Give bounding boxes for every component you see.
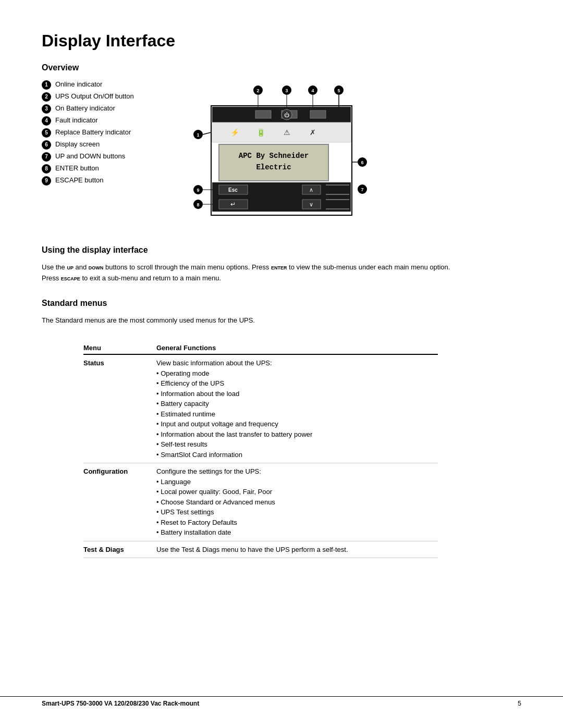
legend-num-9: 9 <box>42 176 51 186</box>
svg-text:1: 1 <box>197 132 199 138</box>
bullet-item: Information about the load <box>156 389 432 399</box>
page-title: Display Interface <box>42 31 521 51</box>
svg-line-39 <box>203 132 211 134</box>
legend-item-5: 5 Replace Battery indicator <box>42 128 156 138</box>
menu-functions-status: View basic information about the UPS: Op… <box>156 354 438 463</box>
overview-content: 1 Online indicator 2 UPS Output On/Off b… <box>42 80 521 231</box>
bullet-item: Information about the last transfer to b… <box>156 429 432 440</box>
table-row: Configuration Configure the settings for… <box>83 463 438 541</box>
svg-rect-4 <box>310 110 326 118</box>
legend-num-6: 6 <box>42 140 51 150</box>
legend-text-9: ESCAPE button <box>55 176 104 185</box>
svg-text:Electric: Electric <box>256 163 291 171</box>
svg-text:2: 2 <box>256 88 259 93</box>
svg-text:✗: ✗ <box>310 128 316 137</box>
legend-item-2: 2 UPS Output On/Off button <box>42 92 156 102</box>
legend-num-5: 5 <box>42 128 51 138</box>
bullet-item: Choose Standard or Advanced menus <box>156 497 432 508</box>
svg-rect-2 <box>255 110 271 118</box>
svg-text:3: 3 <box>285 88 288 93</box>
menu-name-test: Test & Diags <box>83 541 156 558</box>
svg-text:APC By Schneider: APC By Schneider <box>239 152 309 160</box>
col-functions: General Functions <box>156 342 438 354</box>
bullet-item: Battery capacity <box>156 399 432 409</box>
bullet-item: Battery installation date <box>156 527 432 538</box>
legend-text-7: UP and DOWN buttons <box>55 152 125 161</box>
svg-text:9: 9 <box>197 188 199 193</box>
legend-num-4: 4 <box>42 116 51 126</box>
legend-text-3: On Battery indicator <box>55 104 115 113</box>
bullet-item: Language <box>156 477 432 487</box>
diagram-svg: ⏻ ⚡ 🔋 ⚠ ✗ APC By Schneider Electric Esc <box>177 80 370 231</box>
svg-rect-12 <box>219 144 328 181</box>
config-intro: Configure the settings for the UPS: <box>156 467 261 475</box>
legend-num-2: 2 <box>42 92 51 102</box>
legend-item-9: 9 ESCAPE button <box>42 176 156 186</box>
standard-menus-intro: The Standard menus are the most commonly… <box>42 315 469 326</box>
legend-item-6: 6 Display screen <box>42 140 156 150</box>
bullet-item: Input and output voltage and frequency <box>156 419 432 429</box>
legend-text-6: Display screen <box>55 140 100 149</box>
down-text: down <box>89 263 104 271</box>
enter-text: enter <box>271 263 287 271</box>
bullet-item: Self-test results <box>156 439 432 450</box>
svg-text:⚠: ⚠ <box>284 128 290 137</box>
svg-text:8: 8 <box>197 202 199 207</box>
svg-text:4: 4 <box>311 88 314 93</box>
menu-functions-config: Configure the settings for the UPS: Lang… <box>156 463 438 541</box>
bullet-item: SmartSlot Card information <box>156 450 432 460</box>
using-display-para: Use the up and down buttons to scroll th… <box>42 262 469 284</box>
status-bullets: Operating mode Efficiency of the UPS Inf… <box>156 368 432 460</box>
bullet-item: UPS Test settings <box>156 507 432 517</box>
legend-text-8: ENTER button <box>55 164 99 173</box>
ups-diagram: ⏻ ⚡ 🔋 ⚠ ✗ APC By Schneider Electric Esc <box>177 80 370 231</box>
svg-text:Esc: Esc <box>228 187 238 193</box>
legend-text-4: Fault indicator <box>55 116 98 125</box>
menu-functions-test: Use the Test & Diags menu to have the UP… <box>156 541 438 558</box>
legend-num-3: 3 <box>42 104 51 114</box>
legend-item-1: 1 Online indicator <box>42 80 156 90</box>
col-menu: Menu <box>83 342 156 354</box>
legend-text-2: UPS Output On/Off button <box>55 92 134 101</box>
using-display-section: Using the display interface Use the up a… <box>42 245 521 284</box>
overview-section: Overview 1 Online indicator 2 UPS Output… <box>42 63 521 231</box>
table-header-row: Menu General Functions <box>83 342 438 354</box>
footer-model: Smart-UPS 750-3000 VA 120/208/230 Vac Ra… <box>42 700 199 707</box>
legend-list: 1 Online indicator 2 UPS Output On/Off b… <box>42 80 156 188</box>
standard-menus-section: Standard menus The Standard menus are th… <box>42 299 521 559</box>
legend-text-5: Replace Battery indicator <box>55 128 131 137</box>
svg-text:∨: ∨ <box>309 201 313 207</box>
svg-text:🔋: 🔋 <box>256 128 266 137</box>
config-bullets: Language Local power quality: Good, Fair… <box>156 477 432 538</box>
menus-table: Menu General Functions Status View basic… <box>83 342 438 558</box>
bullet-item: Local power quality: Good, Fair, Poor <box>156 487 432 497</box>
escape-text: escape <box>61 274 80 282</box>
table-row: Test & Diags Use the Test & Diags menu t… <box>83 541 438 558</box>
legend-item-8: 8 ENTER button <box>42 164 156 174</box>
legend-num-8: 8 <box>42 164 51 174</box>
standard-menus-heading: Standard menus <box>42 299 521 308</box>
status-intro: View basic information about the UPS: <box>156 359 272 367</box>
page-footer: Smart-UPS 750-3000 VA 120/208/230 Vac Ra… <box>0 696 563 707</box>
svg-text:⚡: ⚡ <box>230 128 240 137</box>
bullet-item: Reset to Factory Defaults <box>156 517 432 528</box>
footer-page: 5 <box>518 700 521 707</box>
svg-text:∧: ∧ <box>309 187 313 193</box>
legend-item-4: 4 Fault indicator <box>42 116 156 126</box>
svg-text:5: 5 <box>337 88 340 93</box>
svg-text:6: 6 <box>361 160 363 165</box>
overview-heading: Overview <box>42 63 521 72</box>
svg-text:7: 7 <box>361 187 363 192</box>
svg-text:⏻: ⏻ <box>284 112 289 118</box>
legend-num-7: 7 <box>42 152 51 162</box>
menu-name-config: Configuration <box>83 463 156 541</box>
bullet-item: Operating mode <box>156 368 432 379</box>
table-row: Status View basic information about the … <box>83 354 438 463</box>
bullet-item: Estimated runtime <box>156 409 432 419</box>
up-text: up <box>67 263 74 271</box>
legend-item-7: 7 UP and DOWN buttons <box>42 152 156 162</box>
menu-name-status: Status <box>83 354 156 463</box>
svg-text:↵: ↵ <box>230 201 236 208</box>
using-display-heading: Using the display interface <box>42 245 521 255</box>
bullet-item: Efficiency of the UPS <box>156 378 432 389</box>
